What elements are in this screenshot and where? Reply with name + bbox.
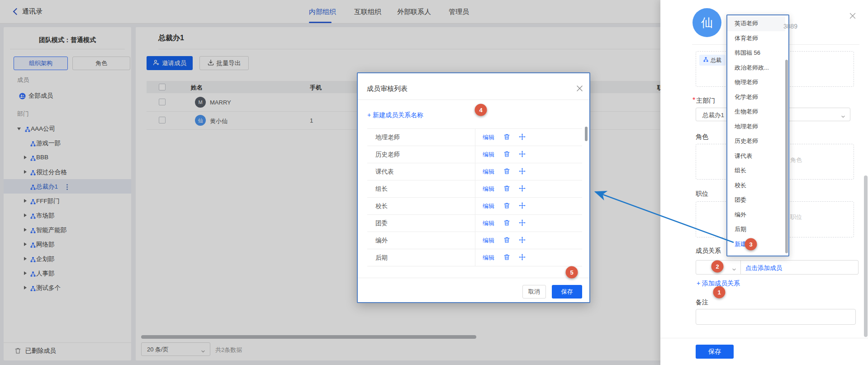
create-relation-name-link[interactable]: + 新建成员关系名称 (367, 111, 423, 119)
dropdown-scrollbar[interactable] (785, 60, 788, 253)
relation-label: 成员关系 (696, 247, 721, 255)
relation-name: 团委 (375, 219, 388, 228)
modal-scrollbar[interactable] (585, 127, 588, 141)
move-icon[interactable] (519, 151, 526, 157)
dropdown-item[interactable]: 后期 (727, 222, 785, 237)
relation-row: 地理老师编辑 (367, 128, 582, 146)
department-tag-label: 总裁 (711, 57, 721, 64)
annotation-badge-3: 3 (745, 238, 757, 251)
divider (358, 278, 589, 278)
trash-icon[interactable] (503, 219, 510, 226)
annotation-badge-2: 2 (711, 261, 724, 273)
edit-link[interactable]: 编辑 (483, 133, 494, 142)
annotation-badge-1: 1 (713, 286, 726, 299)
role-placeholder: 角色 (790, 156, 802, 164)
move-icon[interactable] (519, 237, 526, 243)
edit-link[interactable]: 编辑 (483, 254, 494, 262)
relation-name: 课代表 (375, 168, 394, 176)
chevron-down-icon (732, 265, 736, 274)
position-label: 职位 (696, 190, 708, 198)
primary-dept-value: 总裁办1 (702, 111, 724, 119)
panel-close-icon[interactable] (849, 12, 856, 21)
modal-close-icon[interactable] (576, 85, 583, 94)
dropdown-item[interactable]: 团委 (727, 193, 785, 208)
relation-name: 地理老师 (375, 133, 400, 142)
relation-row: 后期编辑 (367, 249, 582, 266)
dropdown-item[interactable]: 体育老师 (727, 31, 785, 46)
relation-name: 后期 (375, 254, 388, 262)
trash-icon[interactable] (503, 133, 510, 140)
edit-link[interactable]: 编辑 (483, 202, 494, 210)
modal-save-button[interactable]: 保存 (552, 285, 582, 299)
dropdown-item[interactable]: 校长 (727, 178, 785, 193)
dropdown-item[interactable]: 韩国福 56 (727, 46, 785, 61)
relation-row: 历史老师编辑 (367, 146, 582, 163)
move-icon[interactable] (519, 202, 526, 209)
move-icon[interactable] (519, 254, 526, 261)
modal-title: 成员审核列表 (367, 85, 408, 93)
dropdown-item[interactable]: 地理老师 (727, 119, 785, 134)
move-icon[interactable] (519, 185, 526, 192)
trash-icon[interactable] (503, 168, 510, 175)
trash-icon[interactable] (503, 151, 510, 157)
member-review-modal: 成员审核列表 + 新建成员关系名称 地理老师编辑历史老师编辑课代表编辑组长编辑校… (357, 72, 590, 303)
relation-name: 组长 (375, 185, 388, 193)
phone-fragment: 3889 (783, 23, 797, 30)
edit-link[interactable]: 编辑 (483, 219, 494, 228)
relation-name: 历史老师 (375, 151, 400, 159)
dropdown-item[interactable]: 组长 (727, 163, 785, 178)
divider (358, 100, 589, 100)
remark-input[interactable] (696, 309, 856, 325)
department-tag[interactable]: 总裁 (699, 55, 726, 66)
relation-row: 组长编辑 (367, 180, 582, 198)
move-icon[interactable] (519, 219, 526, 226)
trash-icon[interactable] (503, 202, 510, 209)
position-placeholder: 职位 (790, 213, 802, 221)
required-asterisk: * (693, 96, 695, 104)
edit-link[interactable]: 编辑 (483, 185, 494, 193)
dropdown-item[interactable]: 课代表 (727, 149, 785, 164)
relation-name: 编外 (375, 237, 388, 245)
annotation-badge-4: 4 (475, 104, 487, 116)
edit-link[interactable]: 编辑 (483, 151, 494, 159)
page-scrollbar[interactable] (864, 175, 868, 337)
cancel-button[interactable]: 取消 (522, 285, 546, 299)
dropdown-item[interactable]: 英语老师 (727, 16, 785, 31)
relation-name: 校长 (375, 202, 388, 210)
divider (660, 338, 868, 338)
trash-icon[interactable] (503, 185, 510, 192)
relation-row: 校长编辑 (367, 197, 582, 215)
dropdown-item[interactable]: 物理老师 (727, 75, 785, 90)
dropdown-item[interactable]: 政治老师政... (727, 61, 785, 76)
edit-link[interactable]: 编辑 (483, 168, 494, 176)
relation-row: 课代表编辑 (367, 163, 582, 180)
remark-label: 备注 (696, 299, 708, 307)
trash-icon[interactable] (503, 237, 510, 243)
dropdown-item[interactable]: 生物老师 (727, 104, 785, 119)
dropdown-item[interactable]: 历史老师 (727, 134, 785, 149)
relation-dropdown: 英语老师体育老师韩国福 56政治老师政...物理老师化学老师生物老师地理老师历史… (726, 14, 789, 256)
relation-row: 团委编辑 (367, 214, 582, 232)
add-member-box[interactable]: 点击添加成员 (740, 260, 859, 275)
primary-dept-label: *主部门 (693, 96, 715, 105)
move-icon[interactable] (519, 133, 526, 140)
dropdown-item[interactable]: 化学老师 (727, 90, 785, 105)
edit-link[interactable]: 编辑 (483, 237, 494, 245)
role-label: 角色 (696, 133, 708, 141)
member-avatar: 仙 (693, 8, 721, 37)
chevron-down-icon (841, 113, 845, 121)
org-icon (703, 57, 708, 63)
annotation-badge-5: 5 (566, 266, 578, 279)
panel-save-button[interactable]: 保存 (696, 345, 734, 359)
move-icon[interactable] (519, 168, 526, 175)
relation-row: 编外编辑 (367, 232, 582, 249)
add-member-link[interactable]: 点击添加成员 (745, 264, 782, 272)
dropdown-item[interactable]: 编外 (727, 208, 785, 223)
trash-icon[interactable] (503, 254, 510, 261)
